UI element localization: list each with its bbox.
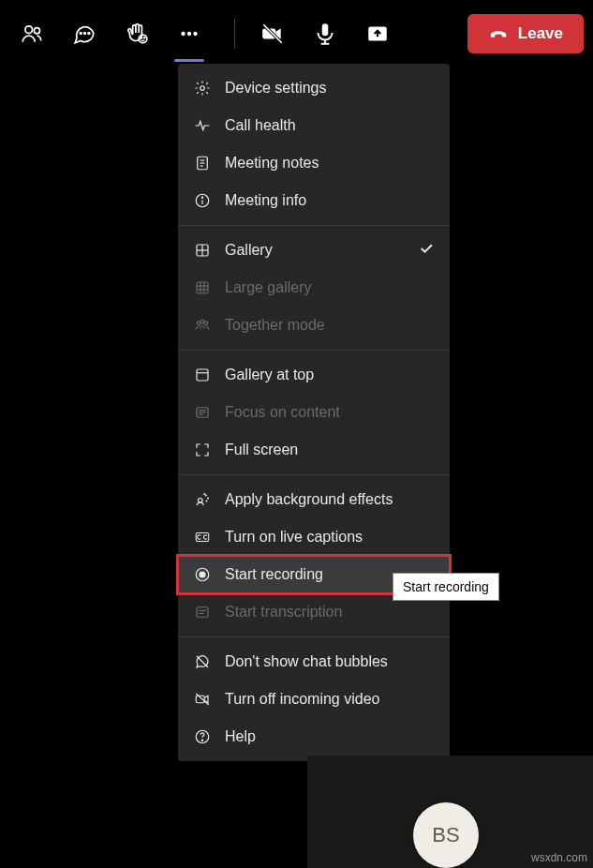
menu-item-device-settings[interactable]: Device settings — [178, 69, 450, 107]
reactions-button[interactable] — [114, 11, 159, 56]
svg-point-7 — [144, 37, 145, 38]
record-icon — [193, 565, 212, 584]
check-icon — [418, 240, 435, 261]
video-off-icon — [260, 22, 285, 46]
menu-section-settings: Device settings Call health Meeting note… — [178, 64, 450, 226]
menu-label: Turn on live captions — [225, 529, 363, 546]
svg-point-56 — [201, 740, 202, 741]
menu-label: Gallery — [225, 242, 273, 259]
leave-button[interactable]: Leave — [467, 14, 584, 53]
svg-rect-14 — [322, 23, 329, 36]
menu-item-incoming-video[interactable]: Turn off incoming video — [178, 681, 450, 718]
menu-label: Focus on content — [225, 404, 340, 421]
menu-item-large-gallery: Large gallery — [178, 269, 450, 307]
svg-rect-35 — [197, 369, 208, 381]
gallery-top-icon — [193, 366, 212, 384]
menu-item-help[interactable]: Help — [178, 718, 450, 756]
cc-icon — [193, 528, 212, 546]
svg-point-10 — [193, 32, 197, 36]
mic-button[interactable] — [303, 11, 348, 56]
menu-item-gallery[interactable]: Gallery — [178, 232, 450, 269]
more-horizontal-icon — [177, 22, 201, 46]
menu-item-call-health[interactable]: Call health — [178, 107, 450, 144]
menu-label: Start transcription — [225, 604, 342, 621]
menu-section-view: Gallery at top Focus on content Full scr… — [178, 351, 450, 475]
fullscreen-icon — [193, 441, 212, 459]
svg-point-0 — [25, 26, 33, 34]
chat-button[interactable] — [62, 11, 107, 56]
svg-rect-27 — [197, 282, 208, 293]
camera-button[interactable] — [250, 11, 295, 56]
share-button[interactable] — [355, 11, 400, 56]
info-icon — [193, 191, 212, 210]
menu-item-gallery-top[interactable]: Gallery at top — [178, 356, 450, 394]
menu-item-meeting-info[interactable]: Meeting info — [178, 182, 450, 219]
hangup-icon — [488, 23, 509, 44]
menu-label: Start recording — [225, 566, 323, 583]
menu-section-layout: Gallery Large gallery Together mode — [178, 226, 450, 351]
menu-item-background-effects[interactable]: Apply background effects — [178, 481, 450, 518]
tooltip: Start recording — [393, 573, 499, 601]
gear-icon — [193, 79, 212, 97]
svg-point-45 — [204, 494, 205, 495]
share-screen-icon — [365, 22, 390, 46]
svg-rect-49 — [197, 607, 208, 618]
menu-label: Full screen — [225, 441, 298, 458]
svg-point-2 — [80, 33, 82, 35]
chat-icon — [72, 22, 96, 46]
menu-label: Don't show chat bubbles — [225, 653, 388, 670]
svg-point-16 — [200, 86, 205, 91]
pulse-icon — [193, 116, 212, 135]
focus-icon — [193, 403, 212, 422]
menu-label: Device settings — [225, 80, 327, 97]
menu-item-together-mode: Together mode — [178, 307, 450, 344]
menu-label: Apply background effects — [225, 491, 393, 508]
svg-point-43 — [208, 498, 209, 499]
svg-point-4 — [88, 33, 90, 35]
chat-bubbles-off-icon — [193, 652, 212, 671]
svg-point-8 — [181, 32, 185, 36]
svg-point-34 — [204, 322, 208, 325]
grid-icon — [193, 241, 212, 260]
menu-label: Large gallery — [225, 279, 312, 296]
toolbar-divider — [234, 19, 235, 49]
microphone-icon — [313, 22, 337, 46]
help-icon — [193, 727, 212, 746]
grid-large-icon — [193, 278, 212, 297]
svg-point-23 — [201, 197, 202, 198]
watermark-text: wsxdn.com — [531, 851, 587, 864]
svg-point-9 — [187, 32, 191, 36]
menu-label: Meeting notes — [225, 155, 319, 172]
more-actions-menu: Device settings Call health Meeting note… — [178, 64, 450, 761]
more-actions-button[interactable] — [167, 11, 212, 56]
svg-point-41 — [199, 499, 203, 503]
svg-point-48 — [200, 572, 205, 577]
participants-button[interactable] — [9, 11, 54, 56]
meeting-toolbar: Leave — [0, 0, 593, 67]
people-icon — [20, 22, 44, 46]
menu-label: Together mode — [225, 317, 325, 334]
svg-point-42 — [205, 495, 206, 496]
menu-label: Turn off incoming video — [225, 691, 379, 708]
notes-icon — [193, 154, 212, 172]
menu-item-focus-content: Focus on content — [178, 394, 450, 431]
menu-label: Help — [225, 728, 256, 745]
svg-point-44 — [206, 501, 207, 501]
menu-item-chat-bubbles[interactable]: Don't show chat bubbles — [178, 643, 450, 681]
active-indicator — [174, 59, 204, 62]
menu-section-misc: Don't show chat bubbles Turn off incomin… — [178, 637, 450, 761]
together-icon — [193, 316, 212, 335]
menu-item-meeting-notes[interactable]: Meeting notes — [178, 144, 450, 182]
menu-item-live-captions[interactable]: Turn on live captions — [178, 518, 450, 556]
hand-emoji-icon — [125, 22, 149, 46]
svg-point-3 — [84, 33, 86, 35]
video-off-icon — [193, 690, 212, 709]
menu-section-features: Apply background effects Turn on live ca… — [178, 475, 450, 637]
svg-point-1 — [34, 28, 39, 34]
menu-label: Gallery at top — [225, 367, 314, 383]
leave-label: Leave — [518, 24, 563, 43]
menu-item-fullscreen[interactable]: Full screen — [178, 431, 450, 469]
svg-point-6 — [141, 37, 141, 38]
menu-label: Call health — [225, 117, 296, 134]
menu-label: Meeting info — [225, 192, 306, 209]
